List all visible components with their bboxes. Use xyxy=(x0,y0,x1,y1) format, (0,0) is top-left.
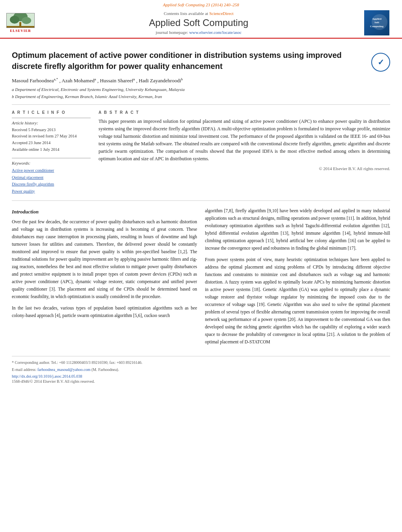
svg-point-2 xyxy=(10,16,19,24)
crossmark-badge[interactable]: ✓ xyxy=(371,53,390,72)
abstract-label: A B S T R A C T xyxy=(99,110,390,115)
keywords-section: Keywords: Active power conditioner Optim… xyxy=(12,158,91,195)
received-date: Received 5 February 2013 xyxy=(12,127,91,133)
svg-rect-5 xyxy=(7,26,34,28)
affiliation-a: a Department of Electrical, Electronic a… xyxy=(12,86,363,93)
elsevier-text: ELSEVIER xyxy=(10,29,31,33)
paper-body: Introduction Over the past few decades, … xyxy=(12,201,390,349)
applied-soft-badge: AppliedSoftComputing xyxy=(364,10,389,35)
main-content: Optimum placement of active power condit… xyxy=(0,39,402,393)
introduction-heading: Introduction xyxy=(12,209,197,215)
author1-name: Masoud Farhoodnea xyxy=(12,78,54,83)
author3-sup: a xyxy=(133,77,135,81)
keyword-1[interactable]: Active power conditioner xyxy=(12,167,91,174)
article-title-section: Optimum placement of active power condit… xyxy=(12,43,390,105)
keyword-3[interactable]: Discrete firefly algorithm xyxy=(12,181,91,188)
footer-email-line: E-mail address: farhoodnea_masoud@yahoo.… xyxy=(12,367,390,373)
elsevier-logo-image xyxy=(6,13,35,28)
email-suffix: (M. Farhoodnea). xyxy=(91,367,119,372)
issn-line: 1568-4946/© 2014 Elsevier B.V. All right… xyxy=(12,378,390,384)
article-info-panel: A R T I C L E I N F O Article history: R… xyxy=(12,110,91,195)
email-label: E-mail address: xyxy=(12,367,36,372)
footnote-text: Corresponding author. Tel.: +60 11128000… xyxy=(15,360,143,365)
abstract-section: A B S T R A C T This paper presents an i… xyxy=(99,110,390,195)
accepted-date: Accepted 23 June 2014 xyxy=(12,140,91,146)
article-history: Article history: Received 5 February 201… xyxy=(12,118,91,153)
elsevier-tree-svg xyxy=(7,13,34,28)
journal-badge-container: AppliedSoftComputing xyxy=(361,10,393,35)
author2-sup: a xyxy=(95,77,96,81)
right-para2: From power systems point of view, many h… xyxy=(205,256,390,346)
keywords-title: Keywords: xyxy=(12,161,91,165)
journal-header: ELSEVIER Contents lists available at Sci… xyxy=(0,8,402,39)
available-online-date: Available online 1 July 2014 xyxy=(12,146,91,153)
column-right: algorithm [7,8], firefly algorithm [9,10… xyxy=(205,207,390,349)
affiliation-b: b Department of Engineering, Kerman Bran… xyxy=(12,93,363,100)
homepage-link[interactable]: www.elsevier.com/locate/asoc xyxy=(189,30,242,35)
copyright-line: © 2014 Elsevier B.V. All rights reserved… xyxy=(99,166,390,171)
sciencedirect-link[interactable]: ScienceDirect xyxy=(209,11,234,16)
authors-line: Masoud Farhoodneaa,* , Azah Mohameda , H… xyxy=(12,77,363,84)
journal-title: Applied Soft Computing xyxy=(36,17,361,28)
author4-sup: b xyxy=(181,77,183,81)
journal-citation-top: Applied Soft Computing 23 (2014) 240–258 xyxy=(0,0,402,8)
article-main-title: Optimum placement of active power condit… xyxy=(12,50,363,72)
author3-name: , Hussain Shareef xyxy=(97,78,133,83)
footer-footnote: * Corresponding author. Tel.: +60 111280… xyxy=(12,360,390,365)
elsevier-logo: ELSEVIER xyxy=(5,13,36,33)
footnote-symbol: * xyxy=(12,360,14,365)
page-footer: * Corresponding author. Tel.: +60 111280… xyxy=(12,356,390,384)
intro-para2: In the last two decades, various types o… xyxy=(12,304,197,319)
abstract-text: This paper presents an improved solution… xyxy=(99,118,390,163)
svg-point-3 xyxy=(22,17,31,24)
intro-para1: Over the past few decades, the occurrenc… xyxy=(12,218,197,300)
keyword-4[interactable]: Power quality xyxy=(12,188,91,195)
author1-sup: a,* xyxy=(54,77,58,81)
history-title: Article history: xyxy=(12,120,91,125)
right-para1: algorithm [7,8], firefly algorithm [9,10… xyxy=(205,207,390,252)
received-revised-date: Received in revised form 27 May 2014 xyxy=(12,133,91,140)
article-title-left: Optimum placement of active power condit… xyxy=(12,50,371,100)
journal-header-center: Contents lists available at ScienceDirec… xyxy=(36,11,361,35)
doi-link[interactable]: http://dx.doi.org/10.1016/j.asoc.2014.05… xyxy=(12,374,82,378)
journal-homepage: journal homepage: www.elsevier.com/locat… xyxy=(36,30,361,35)
keyword-2[interactable]: Optimal placement xyxy=(12,174,91,181)
author4-name: , Hadi Zayandehroodi xyxy=(136,78,181,83)
affiliations: a Department of Electrical, Electronic a… xyxy=(12,86,363,100)
column-left: Introduction Over the past few decades, … xyxy=(12,207,197,349)
author2-name: , Azah Mohamed xyxy=(60,78,95,83)
article-info-abstract: A R T I C L E I N F O Article history: R… xyxy=(12,105,390,201)
email-link[interactable]: farhoodnea_masoud@yahoo.com xyxy=(37,367,91,372)
crossmark-icon: ✓ xyxy=(378,57,384,67)
contents-available-text: Contents lists available at ScienceDirec… xyxy=(36,11,361,16)
elsevier-logo-container: ELSEVIER xyxy=(5,13,36,33)
article-info-label: A R T I C L E I N F O xyxy=(12,110,91,115)
